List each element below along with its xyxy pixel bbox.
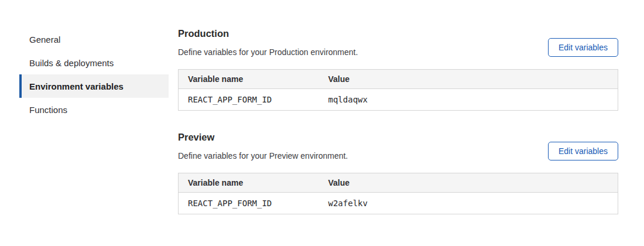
preview-section: Preview Define variables for your Previe… — [178, 132, 618, 214]
sidebar-item-label: General — [29, 35, 60, 45]
variables-table: Variable name Value REACT_APP_FORM_ID mq… — [178, 69, 618, 111]
column-header-value: Value — [319, 173, 618, 192]
edit-variables-button[interactable]: Edit variables — [548, 38, 618, 57]
section-title: Production — [178, 28, 358, 40]
table-row: REACT_APP_FORM_ID mqldaqwx — [179, 88, 618, 110]
sidebar-item-label: Builds & deployments — [29, 58, 114, 68]
variables-table-head: Variable name Value — [179, 173, 618, 192]
variable-name-cell: REACT_APP_FORM_ID — [179, 192, 319, 214]
variable-name-cell: REACT_APP_FORM_ID — [179, 88, 319, 110]
sidebar-item-label: Environment variables — [29, 81, 124, 91]
production-section: Production Define variables for your Pro… — [178, 28, 618, 111]
section-title: Preview — [178, 132, 348, 144]
production-section-header: Production Define variables for your Pro… — [178, 28, 618, 57]
table-header-row: Variable name Value — [179, 69, 618, 88]
sidebar-item-functions[interactable]: Functions — [19, 98, 169, 121]
preview-section-header: Preview Define variables for your Previe… — [178, 132, 618, 160]
variables-table-body: REACT_APP_FORM_ID w2afelkv — [179, 192, 618, 214]
variable-value-cell: mqldaqwx — [319, 88, 618, 110]
table-row: REACT_APP_FORM_ID w2afelkv — [179, 192, 618, 214]
sidebar-item-environment-variables[interactable]: Environment variables — [19, 74, 169, 98]
settings-sidebar: General Builds & deployments Environment… — [19, 0, 169, 246]
table-header-row: Variable name Value — [179, 173, 618, 192]
preview-section-text: Preview Define variables for your Previe… — [178, 132, 348, 160]
edit-variables-button[interactable]: Edit variables — [548, 142, 618, 160]
sidebar-item-general[interactable]: General — [19, 28, 169, 51]
variables-table: Variable name Value REACT_APP_FORM_ID w2… — [178, 173, 618, 214]
variable-value-cell: w2afelkv — [319, 192, 618, 214]
column-header-variable-name: Variable name — [179, 69, 319, 88]
sidebar-item-label: Functions — [29, 105, 67, 115]
variables-table-body: REACT_APP_FORM_ID mqldaqwx — [179, 88, 618, 110]
settings-page: General Builds & deployments Environment… — [0, 0, 644, 246]
production-section-text: Production Define variables for your Pro… — [178, 28, 358, 57]
section-description: Define variables for your Production env… — [178, 47, 358, 57]
variables-table-head: Variable name Value — [179, 69, 618, 88]
column-header-value: Value — [319, 69, 618, 88]
sidebar-item-builds-deployments[interactable]: Builds & deployments — [19, 51, 169, 74]
column-header-variable-name: Variable name — [179, 173, 319, 192]
section-description: Define variables for your Preview enviro… — [178, 151, 348, 160]
environment-variables-content: Production Define variables for your Pro… — [178, 0, 618, 246]
